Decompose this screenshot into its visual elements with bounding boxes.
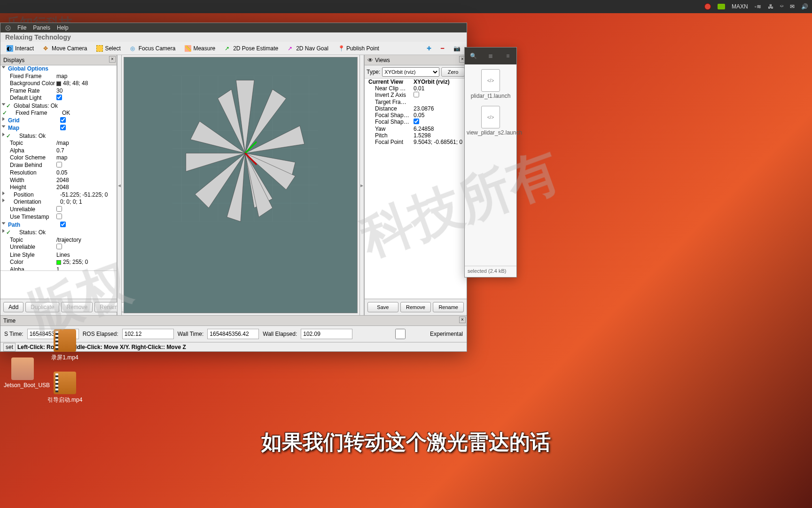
view-row[interactable]: Target Fra… (365, 99, 467, 105)
tree-row[interactable]: Orientation0; 0; 0; 1 (0, 198, 117, 206)
view-type-select[interactable]: XYOrbit (rviz) (382, 67, 439, 77)
rviz-window: ⨂ File Panels Help Relaxing Technology ◐… (0, 23, 467, 352)
tree-row[interactable]: ✓Status: Ok (0, 133, 117, 140)
views-panel: 👁Views × Type: XYOrbit (rviz) Zero Curre… (364, 55, 467, 315)
remove-button[interactable]: Remove (400, 302, 431, 312)
menu-icon[interactable]: ≡ (503, 51, 513, 61)
tree-row[interactable]: Topic/trajectory (0, 237, 117, 244)
tree-row[interactable]: Position-51.225; -51.225; 0 (0, 191, 117, 199)
wall-time-field[interactable] (207, 329, 259, 339)
tree-row[interactable]: Color Schememap (0, 154, 117, 162)
tree-row[interactable]: Unreliable (0, 206, 117, 214)
mail-icon[interactable]: ✉ (790, 3, 795, 10)
add-button[interactable]: Add (3, 302, 23, 312)
zero-button[interactable]: Zero (441, 67, 465, 77)
ros-elapsed-field[interactable] (122, 329, 174, 339)
menu-panels[interactable]: Panels (33, 24, 50, 31)
views-tree[interactable]: Current ViewXYOrbit (rviz)Near Clip …0.0… (365, 79, 467, 299)
tool-focus-camera[interactable]: ◎Focus Camera (126, 43, 180, 54)
tree-row[interactable]: Fixed Framemap (0, 73, 117, 80)
close-icon[interactable]: × (109, 56, 116, 63)
tool-interact[interactable]: ◐Interact (2, 43, 38, 54)
tree-row[interactable]: ✓Global Status: Ok (0, 103, 117, 110)
tree-row[interactable]: ✓Status: Ok (0, 229, 117, 237)
status-hint: Left-Click: Rotate. Middle-Click: Move X… (17, 344, 186, 350)
tree-row[interactable]: Grid (0, 117, 117, 125)
duplicate-button[interactable]: Duplicate (25, 302, 59, 312)
tree-row[interactable]: Resolution0.05 (0, 169, 117, 177)
view-row[interactable]: Distance23.0876 (365, 105, 467, 112)
tree-row[interactable]: Draw Behind (0, 162, 117, 170)
file-manager: 🔍 ≣ ≡ plidar_t1.launchview_plidar_s2.lau… (464, 47, 517, 278)
tree-row[interactable]: Width2048 (0, 177, 117, 184)
window-controls[interactable]: ⨂ (5, 24, 11, 31)
menu-help[interactable]: Help (57, 24, 69, 31)
tool-cam-icon[interactable]: 📷 (449, 43, 465, 54)
view-row[interactable]: Pitch1.5298 (365, 132, 467, 139)
3d-viewport[interactable] (124, 57, 358, 313)
tree-row[interactable]: Color25; 255; 0 (0, 259, 117, 266)
remove-button[interactable]: Remove (61, 302, 93, 312)
file-item[interactable]: plidar_t1.launch (467, 69, 515, 99)
tree-row[interactable]: Path (0, 222, 117, 230)
power-mode[interactable]: MAXN (732, 3, 748, 10)
view-row[interactable]: Yaw6.24858 (365, 126, 467, 132)
desktop-icon[interactable]: Jetson_Boot_USB (4, 357, 41, 389)
tool-measure[interactable]: 📏Measure (180, 43, 219, 54)
tree-row[interactable]: Default Light (0, 95, 117, 103)
rviz-menubar: ⨂ File Panels Help (0, 23, 467, 32)
close-icon[interactable]: × (459, 317, 466, 323)
view-row[interactable]: Current ViewXYOrbit (rviz) (365, 79, 467, 85)
view-row[interactable]: Focal Point9.5043; -0.68561; 0 (365, 139, 467, 145)
wall-elapsed-field[interactable] (301, 329, 352, 339)
tool-move-camera[interactable]: ✥Move Camera (39, 43, 91, 54)
network-icon[interactable]: 🖧 (768, 3, 773, 10)
displays-tree[interactable]: Global OptionsFixed FramemapBackground C… (0, 65, 117, 270)
tool-2d-pose-estimate[interactable]: ↗2D Pose Estimate (220, 43, 282, 54)
tree-row[interactable]: Alpha1 (0, 266, 117, 271)
file-item[interactable]: view_plidar_s2.launch (467, 106, 515, 136)
tree-row[interactable]: Frame Rate30 (0, 87, 117, 95)
tree-row[interactable]: Map (0, 125, 117, 133)
tool-remove-icon[interactable]: ━ (437, 43, 448, 54)
splitter-left[interactable]: ◂ (117, 55, 122, 315)
tree-row[interactable]: Use Timestamp (0, 214, 117, 222)
bluetooth-icon[interactable]: ⌔ (780, 3, 783, 10)
view-row[interactable]: Focal Shap…0.05 (365, 112, 467, 119)
view-row[interactable]: Invert Z Axis (365, 92, 467, 99)
desktop-icon[interactable]: 录屏1.mp4 (46, 329, 84, 362)
menu-file[interactable]: File (17, 24, 26, 31)
system-top-bar: MAXN ◦≋ 🖧 ⌔ ✉ 🔊 (0, 0, 812, 13)
save-button[interactable]: Save (367, 302, 398, 312)
tool-2d-nav-goal[interactable]: ↗2D Nav Goal (283, 43, 333, 54)
displays-desc (0, 270, 117, 299)
experimental-checkbox[interactable] (375, 329, 426, 339)
wall-elapsed-label: Wall Elapsed: (263, 331, 297, 337)
tree-row[interactable]: Line StyleLines (0, 252, 117, 259)
wall-time-label: Wall Time: (178, 331, 204, 337)
tree-row[interactable]: Global Options (0, 65, 117, 73)
list-view-icon[interactable]: ≣ (486, 51, 495, 61)
rename-button[interactable]: Rename (433, 302, 464, 312)
tool-add-icon[interactable]: ✚ (422, 43, 436, 54)
tree-row[interactable]: Height2048 (0, 184, 117, 191)
tool-select[interactable]: Select (92, 43, 125, 54)
view-row[interactable]: Near Clip …0.01 (365, 85, 467, 92)
tree-row[interactable]: Topic/map (0, 140, 117, 147)
displays-panel: Displays × Global OptionsFixed FramemapB… (0, 55, 117, 315)
tree-row[interactable]: ✓Fixed FrameOK (0, 110, 117, 117)
wifi-icon[interactable]: ◦≋ (755, 3, 761, 10)
reset-button[interactable]: set (3, 343, 16, 351)
tree-row[interactable]: Unreliable (0, 244, 117, 252)
volume-icon[interactable]: 🔊 (801, 3, 808, 10)
ros-time-label: S Time: (4, 331, 23, 337)
desktop-icon[interactable]: 引导启动.mp4 (46, 372, 84, 404)
file-list[interactable]: plidar_t1.launchview_plidar_s2.launch (465, 64, 516, 147)
tree-row[interactable]: Alpha0.7 (0, 147, 117, 155)
view-row[interactable]: Focal Shap… (365, 119, 467, 126)
search-icon[interactable]: 🔍 (468, 51, 478, 61)
tree-row[interactable]: Background Color48; 48; 48 (0, 80, 117, 87)
tool-publish-point[interactable]: 📍Publish Point (334, 43, 383, 54)
video-subtitle: 如果我们转动这个激光雷达的话 (261, 429, 551, 456)
splitter-right[interactable]: ▸ (359, 55, 364, 315)
